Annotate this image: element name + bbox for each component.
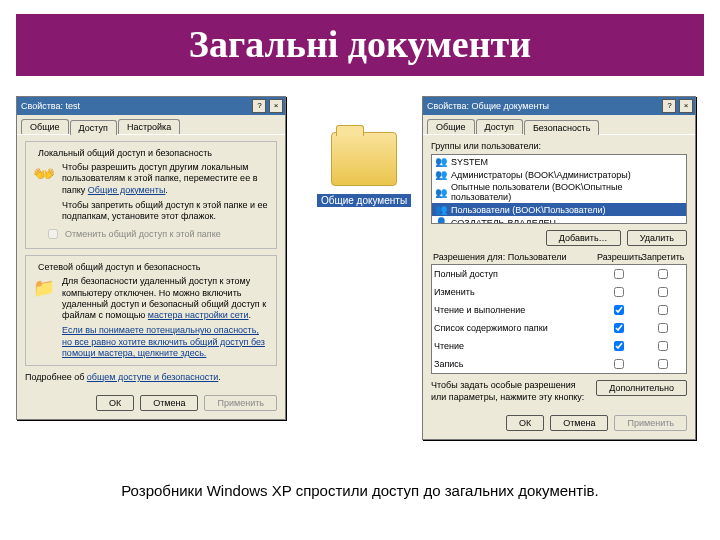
perm-deny-check[interactable]	[658, 341, 668, 351]
table-row: Список содержимого папки	[432, 319, 686, 337]
slide-title-band: Загальні документи	[16, 14, 704, 76]
slide-caption: Розробники Windows XP спростили доступ д…	[0, 482, 720, 499]
content-area: Свойства: test ? × Общие Доступ Настройк…	[16, 96, 704, 476]
add-group-button[interactable]: Добавить…	[546, 230, 621, 246]
perm-deny-check[interactable]	[658, 323, 668, 333]
dialog2-titlebar[interactable]: Свойства: Общие документы ? ×	[423, 97, 695, 115]
group-icon: 👥	[435, 169, 447, 180]
table-row: Чтение	[432, 337, 686, 355]
shared-documents-folder[interactable]: Общие документы	[314, 132, 414, 208]
dialog2-close-button[interactable]: ×	[679, 99, 693, 113]
table-row: Запись	[432, 355, 686, 373]
dlg2-apply-button[interactable]: Применить	[614, 415, 687, 431]
list-item: 👤СОЗДАТЕЛЬ-ВЛАДЕЛЕЦ	[432, 216, 686, 224]
table-row: Изменить	[432, 283, 686, 301]
dlg2-cancel-button[interactable]: Отмена	[550, 415, 608, 431]
remove-group-button[interactable]: Удалить	[627, 230, 687, 246]
perm-deny-check[interactable]	[658, 287, 668, 297]
dialog-properties-test: Свойства: test ? × Общие Доступ Настройк…	[16, 96, 286, 420]
perm-allow-check[interactable]	[614, 287, 624, 297]
group-local-sharing: Локальный общий доступ и безопасность 👐 …	[25, 141, 277, 249]
table-row: Полный доступ	[432, 265, 686, 283]
group-icon: 👥	[435, 187, 447, 198]
tab2-sharing[interactable]: Доступ	[476, 119, 523, 134]
dlg2-ok-button[interactable]: ОК	[506, 415, 544, 431]
dialog1-close-button[interactable]: ×	[269, 99, 283, 113]
tab-general[interactable]: Общие	[21, 119, 69, 134]
groups-users-list[interactable]: 👥SYSTEM 👥Администраторы (BOOK\Администра…	[431, 154, 687, 224]
perm-deny-check[interactable]	[658, 269, 668, 279]
dialog1-titlebar[interactable]: Свойства: test ? ×	[17, 97, 285, 115]
allow-header: Разрешить	[597, 252, 641, 262]
advanced-button[interactable]: Дополнительно	[596, 380, 687, 396]
folder-icon	[331, 132, 397, 186]
disable-share-checkbox[interactable]: Отменить общий доступ к этой папке	[44, 226, 270, 242]
deny-header: Запретить	[641, 252, 685, 262]
risk-understand-link[interactable]: Если вы понимаете потенциальную опасност…	[62, 325, 265, 358]
dialog2-tabs: Общие Доступ Безопасность	[423, 115, 695, 135]
special-permissions-note: Чтобы задать особые разрешения или парам…	[431, 380, 588, 403]
dlg1-ok-button[interactable]: ОК	[96, 395, 134, 411]
tab-customize[interactable]: Настройка	[118, 119, 180, 134]
list-item-selected: 👥Пользователи (BOOK\Пользователи)	[432, 203, 686, 216]
dialog2-title: Свойства: Общие документы	[427, 101, 549, 111]
permissions-for-label: Разрешения для: Пользователи	[433, 252, 597, 262]
tab-sharing[interactable]: Доступ	[70, 120, 117, 135]
perm-allow-check[interactable]	[614, 359, 624, 369]
share-hand-icon: 👐	[32, 162, 56, 186]
dlg1-cancel-button[interactable]: Отмена	[140, 395, 198, 411]
shared-docs-link[interactable]: Общие документы	[88, 185, 166, 195]
group-icon: 👥	[435, 156, 447, 167]
list-item: 👥SYSTEM	[432, 155, 686, 168]
user-icon: 👤	[435, 217, 447, 224]
perm-deny-check[interactable]	[658, 305, 668, 315]
network-wizard-link[interactable]: мастера настройки сети	[148, 310, 249, 320]
tab2-general[interactable]: Общие	[427, 119, 475, 134]
perm-deny-check[interactable]	[658, 359, 668, 369]
group-icon: 👥	[435, 204, 447, 215]
groups-users-label: Группы или пользователи:	[431, 141, 687, 152]
permissions-table: Полный доступ Изменить Чтение и выполнен…	[431, 264, 687, 374]
dialog1-title: Свойства: test	[21, 101, 80, 111]
perm-allow-check[interactable]	[614, 323, 624, 333]
folder-label: Общие документы	[317, 194, 411, 207]
dialog2-help-button[interactable]: ?	[662, 99, 676, 113]
dialog-properties-shared-docs: Свойства: Общие документы ? × Общие Дост…	[422, 96, 696, 440]
more-info-link[interactable]: общем доступе и безопасности	[87, 372, 218, 382]
slide-title: Загальні документи	[16, 22, 704, 66]
network-share-icon: 📁	[32, 276, 56, 300]
list-item: 👥Опытные пользователи (BOOK\Опытные поль…	[432, 181, 686, 203]
dlg1-apply-button[interactable]: Применить	[204, 395, 277, 411]
dialog1-tabs: Общие Доступ Настройка	[17, 115, 285, 135]
table-row: Чтение и выполнение	[432, 301, 686, 319]
dialog1-help-button[interactable]: ?	[252, 99, 266, 113]
tab2-security[interactable]: Безопасность	[524, 120, 599, 135]
list-item: 👥Администраторы (BOOK\Администраторы)	[432, 168, 686, 181]
group-network-sharing: Сетевой общий доступ и безопасность 📁 Дл…	[25, 255, 277, 366]
perm-allow-check[interactable]	[614, 341, 624, 351]
perm-allow-check[interactable]	[614, 269, 624, 279]
perm-allow-check[interactable]	[614, 305, 624, 315]
